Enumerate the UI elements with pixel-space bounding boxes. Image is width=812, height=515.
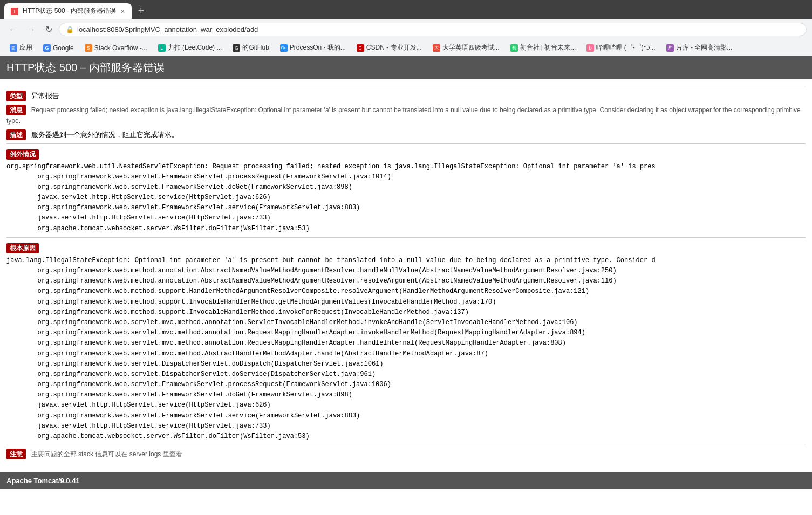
- bookmark-bilibili-label: 哔哩哔哩 (゜-゜)つ...: [596, 43, 655, 52]
- bookmark-github-label: 的GitHub: [242, 43, 269, 52]
- lock-icon: 🔒: [66, 26, 74, 33]
- root-cause-section: 根本原因 java.lang.IllegalStateException: Op…: [6, 243, 806, 442]
- forward-button[interactable]: →: [24, 23, 39, 37]
- exception-label: 例外情况: [6, 149, 39, 160]
- description-value: 服务器遇到一个意外的情况，阻止它完成请求。: [31, 131, 179, 139]
- bookmark-processon[interactable]: On ProcessOn - 我的...: [276, 42, 350, 54]
- nav-bar: ← → ↻ 🔒: [0, 19, 812, 40]
- page-title: HTTP状态 500 – 内部服务器错误: [6, 61, 165, 73]
- bookmark-piank[interactable]: 片 片库 - 全网高清影...: [662, 42, 737, 54]
- bookmark-stackoverflow[interactable]: S Stack Overflow -...: [80, 43, 152, 53]
- google-icon: G: [43, 44, 51, 52]
- address-bar: 🔒: [59, 23, 807, 36]
- root-cause-trace: java.lang.IllegalStateException: Optiona…: [6, 256, 806, 442]
- bookmark-stackoverflow-label: Stack Overflow -...: [94, 44, 147, 52]
- type-value: 异常报告: [31, 92, 59, 100]
- bookmark-processon-label: ProcessOn - 我的...: [290, 43, 346, 52]
- tab-favicon: !: [11, 8, 18, 15]
- bookmark-cet4[interactable]: 大 大学英语四级考试...: [428, 42, 504, 54]
- bookmark-hatsune[interactable]: 初 初音社 | 初音未来...: [506, 42, 581, 54]
- description-line: 描述 服务器遇到一个意外的情况，阻止它完成请求。: [6, 129, 806, 140]
- csdn-icon: C: [357, 44, 364, 52]
- bookmark-apps-label: 应用: [19, 43, 32, 52]
- tab-bar: ! HTTP状态 500 - 内部服务器错误 × +: [0, 0, 812, 19]
- tab-title: HTTP状态 500 - 内部服务器错误: [23, 6, 116, 16]
- new-tab-button[interactable]: +: [134, 5, 149, 17]
- bookmark-csdn[interactable]: C CSDN - 专业开发...: [352, 42, 426, 54]
- cet4-icon: 大: [433, 44, 440, 52]
- processon-icon: On: [280, 44, 288, 52]
- bookmark-hatsune-label: 初音社 | 初音未来...: [520, 43, 576, 52]
- back-button[interactable]: ←: [5, 23, 21, 37]
- browser-chrome: ! HTTP状态 500 - 内部服务器错误 × + ← → ↻ 🔒 ⊞ 应用 …: [0, 0, 812, 56]
- divider-root: [6, 237, 806, 238]
- divider-note: [6, 445, 806, 445]
- leetcode-icon: L: [158, 44, 166, 52]
- bookmark-bilibili[interactable]: b 哔哩哔哩 (゜-゜)つ...: [582, 42, 659, 54]
- divider-top: [6, 87, 806, 87]
- bilibili-icon: b: [586, 44, 594, 52]
- root-cause-title: 根本原因: [6, 243, 806, 253]
- bookmark-apps[interactable]: ⊞ 应用: [5, 42, 37, 54]
- message-value: Request processing failed; nested except…: [6, 106, 801, 125]
- tab-close-button[interactable]: ×: [120, 7, 125, 16]
- note-line: 注意 主要问题的全部 stack 信息可以在 server logs 里查看: [6, 449, 806, 459]
- footer-text: Apache Tomcat/9.0.41: [6, 477, 80, 485]
- active-tab[interactable]: ! HTTP状态 500 - 内部服务器错误 ×: [4, 3, 132, 19]
- page-content: HTTP状态 500 – 内部服务器错误 类型 异常报告 消息 Request …: [0, 56, 812, 489]
- bookmark-github[interactable]: G 的GitHub: [228, 42, 273, 54]
- hatsune-icon: 初: [510, 44, 518, 52]
- footer-bar: Apache Tomcat/9.0.41: [0, 472, 812, 489]
- message-line: 消息 Request processing failed; nested exc…: [6, 105, 806, 126]
- bookmark-piank-label: 片库 - 全网高清影...: [676, 43, 733, 52]
- note-label: 注意: [6, 449, 26, 459]
- description-label: 描述: [6, 129, 26, 140]
- message-label: 消息: [6, 105, 26, 115]
- github-icon: G: [233, 44, 240, 52]
- piank-icon: 片: [666, 44, 674, 52]
- url-input[interactable]: [77, 25, 800, 33]
- type-label: 类型: [6, 91, 26, 101]
- stackoverflow-icon: S: [85, 44, 92, 52]
- bookmarks-bar: ⊞ 应用 G Google S Stack Overflow -... L 力扣…: [0, 40, 812, 56]
- type-line: 类型 异常报告: [6, 91, 806, 101]
- root-cause-label: 根本原因: [6, 243, 39, 253]
- bookmark-csdn-label: CSDN - 专业开发...: [366, 43, 422, 52]
- bookmark-leetcode-label: 力扣 (LeetCode) ...: [168, 43, 222, 52]
- refresh-button[interactable]: ↻: [42, 22, 56, 37]
- bookmark-cet4-label: 大学英语四级考试...: [442, 43, 500, 52]
- bookmark-google-label: Google: [53, 44, 74, 52]
- error-title-bar: HTTP状态 500 – 内部服务器错误: [0, 56, 812, 79]
- bookmark-google[interactable]: G Google: [39, 43, 78, 53]
- divider-exception: [6, 143, 806, 144]
- bookmark-leetcode[interactable]: L 力扣 (LeetCode) ...: [154, 42, 227, 54]
- exception-section-title: 例外情况: [6, 149, 806, 160]
- note-value: 主要问题的全部 stack 信息可以在 server logs 里查看: [31, 450, 182, 458]
- error-body: 类型 异常报告 消息 Request processing failed; ne…: [0, 79, 812, 467]
- apps-icon: ⊞: [10, 44, 17, 52]
- exception-trace: org.springframework.web.util.NestedServl…: [6, 162, 806, 234]
